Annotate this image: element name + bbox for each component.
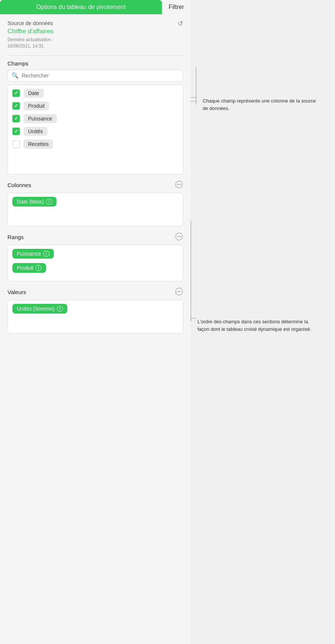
section-colonnes: Colonnes Date (Mois)i [7, 180, 183, 226]
field-tag: Date [24, 89, 44, 98]
field-checkbox[interactable]: ✓ [12, 102, 20, 110]
rangs-tag[interactable]: Puissancei [12, 249, 178, 261]
valeurs-box: Unités (Somme)i [7, 300, 183, 333]
field-tag: Produit [24, 101, 49, 110]
svg-point-6 [179, 236, 180, 237]
svg-point-2 [179, 184, 180, 185]
section-valeurs: Valeurs Unités (Somme)i [7, 287, 183, 333]
checkmark-icon: ✓ [14, 90, 18, 96]
checkmark-icon: ✓ [14, 128, 18, 134]
divider-1 [7, 55, 183, 56]
field-item[interactable]: ✓Puissance [12, 114, 178, 123]
panel-header: Options du tableau de pivotement Filtrer [0, 0, 191, 14]
svg-point-1 [177, 184, 178, 185]
svg-point-10 [179, 291, 180, 292]
field-checkbox[interactable]: ✓ [12, 89, 20, 97]
valeurs-more-button[interactable] [175, 287, 183, 297]
info-icon: i [46, 199, 52, 205]
colonnes-label: Colonnes [7, 182, 31, 188]
field-tag: Unités [24, 127, 47, 136]
source-name[interactable]: Chiffre d'affaires [7, 28, 53, 35]
left-panel: Options du tableau de pivotement Filtrer… [0, 0, 191, 644]
refresh-button[interactable]: ↺ [178, 20, 183, 27]
colonnes-box: Date (Mois)i [7, 193, 183, 226]
rangs-label: Rangs [7, 234, 24, 240]
field-tag: Recettes [24, 140, 53, 149]
field-item[interactable]: Recettes [12, 140, 178, 149]
rangs-box: PuissanceiProduiti [7, 245, 183, 281]
info-icon: i [36, 265, 42, 271]
checkmark-icon: ✓ [14, 103, 18, 109]
svg-point-9 [177, 291, 178, 292]
source-label: Source de données [7, 20, 53, 26]
tab-filtrer[interactable]: Filtrer [162, 0, 191, 14]
valeurs-label: Valeurs [7, 289, 26, 295]
svg-point-7 [180, 236, 181, 237]
field-checkbox[interactable]: ✓ [12, 115, 20, 122]
field-tag: Puissance [24, 114, 57, 123]
svg-point-11 [180, 291, 181, 292]
field-item[interactable]: ✓Produit [12, 101, 178, 110]
search-icon: 🔍 [12, 72, 19, 79]
colonnes-more-button[interactable] [175, 180, 183, 190]
field-checkbox[interactable]: ✓ [12, 128, 20, 135]
section-rangs: Rangs PuissanceiProduiti [7, 232, 183, 281]
valeurs-tag[interactable]: Unités (Somme)i [12, 304, 67, 314]
tab-options[interactable]: Options du tableau de pivotement [0, 0, 162, 14]
svg-point-5 [177, 236, 178, 237]
search-input[interactable] [22, 73, 179, 79]
svg-point-3 [180, 184, 181, 185]
right-panel: Chaque champ représente une colonne de l… [191, 0, 335, 644]
rangs-tag[interactable]: Produiti [12, 263, 178, 275]
source-last-update: Dernière actualisation : 16/08/2021, 14:… [7, 37, 53, 49]
search-bar[interactable]: 🔍 [7, 70, 183, 82]
annotation-1-text: Chaque champ représente une colonne de l… [203, 97, 322, 112]
info-icon: i [43, 251, 49, 257]
field-item[interactable]: ✓Unités [12, 127, 178, 136]
info-icon: i [57, 306, 63, 312]
section-source: Source de données Chiffre d'affaires Der… [7, 20, 183, 49]
champs-label: Champs [7, 60, 28, 67]
rangs-more-button[interactable] [175, 232, 183, 242]
colonnes-tag[interactable]: Date (Mois)i [12, 197, 56, 207]
fields-box: ✓Date✓Produit✓Puissance✓UnitésRecettes [7, 85, 183, 174]
field-item[interactable]: ✓Date [12, 89, 178, 98]
checkmark-icon: ✓ [14, 116, 18, 121]
section-champs: Champs 🔍 ✓Date✓Produit✓Puissance✓UnitésR… [7, 60, 183, 174]
annotation-2-text: L'ordre des champs dans ces sections dét… [197, 318, 317, 333]
field-checkbox[interactable] [12, 140, 20, 148]
